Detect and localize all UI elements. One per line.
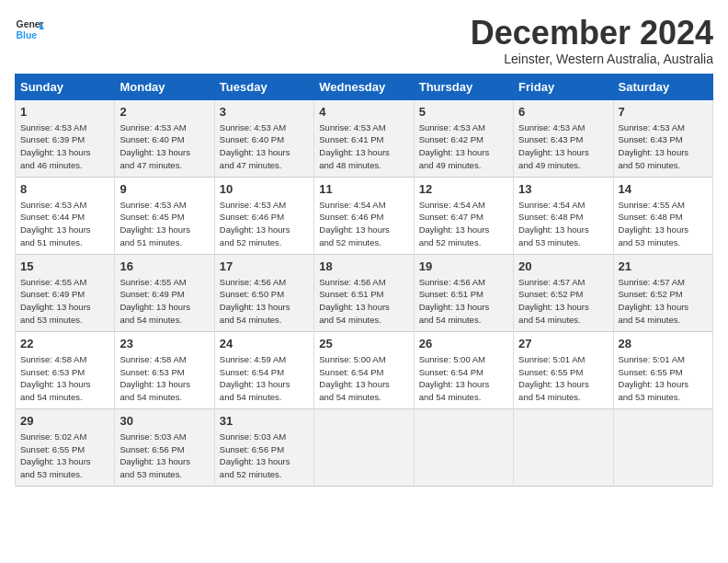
calendar-day-cell: 18Sunrise: 4:56 AM Sunset: 6:51 PM Dayli… bbox=[314, 254, 414, 331]
day-number: 17 bbox=[220, 259, 309, 273]
calendar-day-cell: 30Sunrise: 5:03 AM Sunset: 6:56 PM Dayli… bbox=[115, 408, 214, 486]
day-info: Sunrise: 5:00 AM Sunset: 6:54 PM Dayligh… bbox=[419, 353, 508, 404]
calendar-day-cell: 31Sunrise: 5:03 AM Sunset: 6:56 PM Dayli… bbox=[214, 408, 313, 486]
day-info: Sunrise: 4:57 AM Sunset: 6:52 PM Dayligh… bbox=[518, 276, 608, 327]
day-number: 21 bbox=[619, 259, 708, 273]
day-info: Sunrise: 5:01 AM Sunset: 6:55 PM Dayligh… bbox=[518, 353, 608, 404]
calendar-week-row: 29Sunrise: 5:02 AM Sunset: 6:55 PM Dayli… bbox=[16, 408, 713, 486]
calendar-day-cell: 3Sunrise: 4:53 AM Sunset: 6:40 PM Daylig… bbox=[214, 99, 313, 177]
calendar-week-row: 1Sunrise: 4:53 AM Sunset: 6:39 PM Daylig… bbox=[16, 99, 713, 177]
calendar-table: SundayMondayTuesdayWednesdayThursdayFrid… bbox=[15, 74, 713, 487]
day-number: 2 bbox=[119, 105, 209, 119]
calendar-week-row: 15Sunrise: 4:55 AM Sunset: 6:49 PM Dayli… bbox=[16, 254, 713, 331]
day-number: 11 bbox=[319, 182, 408, 196]
day-info: Sunrise: 4:59 AM Sunset: 6:54 PM Dayligh… bbox=[220, 353, 309, 404]
day-info: Sunrise: 4:53 AM Sunset: 6:43 PM Dayligh… bbox=[619, 121, 708, 172]
calendar-day-cell: 24Sunrise: 4:59 AM Sunset: 6:54 PM Dayli… bbox=[214, 331, 313, 408]
day-info: Sunrise: 4:56 AM Sunset: 6:50 PM Dayligh… bbox=[220, 276, 309, 327]
weekday-header-cell: Sunday bbox=[16, 74, 115, 99]
day-number: 8 bbox=[20, 182, 109, 196]
calendar-day-cell bbox=[514, 408, 613, 486]
calendar-day-cell: 12Sunrise: 4:54 AM Sunset: 6:47 PM Dayli… bbox=[414, 177, 513, 254]
calendar-body: 1Sunrise: 4:53 AM Sunset: 6:39 PM Daylig… bbox=[16, 99, 713, 486]
month-title: December 2024 bbox=[471, 15, 713, 52]
day-number: 16 bbox=[119, 259, 209, 273]
day-info: Sunrise: 5:03 AM Sunset: 6:56 PM Dayligh… bbox=[220, 431, 309, 481]
day-info: Sunrise: 4:56 AM Sunset: 6:51 PM Dayligh… bbox=[319, 276, 408, 327]
weekday-header-cell: Saturday bbox=[613, 74, 712, 99]
day-info: Sunrise: 5:03 AM Sunset: 6:56 PM Dayligh… bbox=[119, 431, 209, 481]
day-number: 23 bbox=[119, 337, 209, 350]
day-number: 24 bbox=[220, 337, 309, 350]
day-info: Sunrise: 4:55 AM Sunset: 6:49 PM Dayligh… bbox=[119, 276, 209, 327]
calendar-day-cell: 19Sunrise: 4:56 AM Sunset: 6:51 PM Dayli… bbox=[414, 254, 513, 331]
calendar-day-cell: 21Sunrise: 4:57 AM Sunset: 6:52 PM Dayli… bbox=[613, 254, 712, 331]
day-number: 13 bbox=[518, 182, 608, 196]
day-info: Sunrise: 4:56 AM Sunset: 6:51 PM Dayligh… bbox=[419, 276, 508, 327]
day-number: 5 bbox=[419, 105, 508, 119]
day-number: 26 bbox=[419, 337, 508, 350]
day-info: Sunrise: 4:54 AM Sunset: 6:48 PM Dayligh… bbox=[518, 199, 608, 249]
calendar-day-cell: 26Sunrise: 5:00 AM Sunset: 6:54 PM Dayli… bbox=[414, 331, 513, 408]
day-number: 12 bbox=[419, 182, 508, 196]
day-number: 10 bbox=[220, 182, 309, 196]
day-number: 29 bbox=[20, 414, 109, 428]
day-info: Sunrise: 4:53 AM Sunset: 6:43 PM Dayligh… bbox=[518, 121, 608, 172]
day-number: 14 bbox=[619, 182, 708, 196]
header: General Blue December 2024 Leinster, Wes… bbox=[15, 15, 713, 66]
weekday-header-cell: Tuesday bbox=[214, 74, 313, 99]
weekday-header-cell: Monday bbox=[115, 74, 214, 99]
calendar-day-cell: 20Sunrise: 4:57 AM Sunset: 6:52 PM Dayli… bbox=[514, 254, 613, 331]
calendar-day-cell: 27Sunrise: 5:01 AM Sunset: 6:55 PM Dayli… bbox=[514, 331, 613, 408]
calendar-day-cell: 15Sunrise: 4:55 AM Sunset: 6:49 PM Dayli… bbox=[16, 254, 115, 331]
day-info: Sunrise: 4:53 AM Sunset: 6:45 PM Dayligh… bbox=[119, 199, 209, 249]
calendar-day-cell: 13Sunrise: 4:54 AM Sunset: 6:48 PM Dayli… bbox=[514, 177, 613, 254]
day-info: Sunrise: 4:53 AM Sunset: 6:39 PM Dayligh… bbox=[20, 121, 109, 172]
weekday-header-cell: Friday bbox=[514, 74, 613, 99]
day-info: Sunrise: 4:57 AM Sunset: 6:52 PM Dayligh… bbox=[619, 276, 708, 327]
day-info: Sunrise: 4:55 AM Sunset: 6:48 PM Dayligh… bbox=[619, 199, 708, 249]
calendar-day-cell: 11Sunrise: 4:54 AM Sunset: 6:46 PM Dayli… bbox=[314, 177, 414, 254]
day-info: Sunrise: 4:53 AM Sunset: 6:40 PM Dayligh… bbox=[220, 121, 309, 172]
day-number: 20 bbox=[518, 259, 608, 273]
day-info: Sunrise: 4:55 AM Sunset: 6:49 PM Dayligh… bbox=[20, 276, 109, 327]
weekday-header-cell: Thursday bbox=[414, 74, 513, 99]
logo-icon: General Blue bbox=[15, 15, 44, 44]
calendar-day-cell bbox=[414, 408, 513, 486]
calendar-day-cell: 28Sunrise: 5:01 AM Sunset: 6:55 PM Dayli… bbox=[613, 331, 712, 408]
day-info: Sunrise: 4:53 AM Sunset: 6:44 PM Dayligh… bbox=[20, 199, 109, 249]
logo: General Blue bbox=[15, 15, 44, 44]
title-area: December 2024 Leinster, Western Australi… bbox=[471, 15, 713, 66]
day-number: 6 bbox=[518, 105, 608, 119]
day-number: 7 bbox=[619, 105, 708, 119]
calendar-day-cell: 5Sunrise: 4:53 AM Sunset: 6:42 PM Daylig… bbox=[414, 99, 513, 177]
day-number: 15 bbox=[20, 259, 109, 273]
day-number: 18 bbox=[319, 259, 408, 273]
day-number: 28 bbox=[619, 337, 708, 350]
calendar-day-cell bbox=[613, 408, 712, 486]
day-number: 30 bbox=[119, 414, 209, 428]
calendar-day-cell: 6Sunrise: 4:53 AM Sunset: 6:43 PM Daylig… bbox=[514, 99, 613, 177]
calendar-day-cell: 2Sunrise: 4:53 AM Sunset: 6:40 PM Daylig… bbox=[115, 99, 214, 177]
calendar-day-cell: 8Sunrise: 4:53 AM Sunset: 6:44 PM Daylig… bbox=[16, 177, 115, 254]
calendar-day-cell: 16Sunrise: 4:55 AM Sunset: 6:49 PM Dayli… bbox=[115, 254, 214, 331]
calendar-week-row: 22Sunrise: 4:58 AM Sunset: 6:53 PM Dayli… bbox=[16, 331, 713, 408]
day-number: 3 bbox=[220, 105, 309, 119]
day-info: Sunrise: 4:53 AM Sunset: 6:46 PM Dayligh… bbox=[220, 199, 309, 249]
calendar-day-cell: 17Sunrise: 4:56 AM Sunset: 6:50 PM Dayli… bbox=[214, 254, 313, 331]
day-number: 4 bbox=[319, 105, 408, 119]
day-number: 27 bbox=[518, 337, 608, 350]
calendar-day-cell: 1Sunrise: 4:53 AM Sunset: 6:39 PM Daylig… bbox=[16, 99, 115, 177]
day-info: Sunrise: 5:01 AM Sunset: 6:55 PM Dayligh… bbox=[619, 353, 708, 404]
calendar-day-cell bbox=[314, 408, 414, 486]
weekday-header-cell: Wednesday bbox=[314, 74, 414, 99]
day-info: Sunrise: 5:00 AM Sunset: 6:54 PM Dayligh… bbox=[319, 353, 408, 404]
day-number: 22 bbox=[20, 337, 109, 350]
calendar-day-cell: 23Sunrise: 4:58 AM Sunset: 6:53 PM Dayli… bbox=[115, 331, 214, 408]
day-info: Sunrise: 5:02 AM Sunset: 6:55 PM Dayligh… bbox=[20, 431, 109, 481]
calendar-day-cell: 9Sunrise: 4:53 AM Sunset: 6:45 PM Daylig… bbox=[115, 177, 214, 254]
calendar-day-cell: 14Sunrise: 4:55 AM Sunset: 6:48 PM Dayli… bbox=[613, 177, 712, 254]
calendar-day-cell: 25Sunrise: 5:00 AM Sunset: 6:54 PM Dayli… bbox=[314, 331, 414, 408]
day-number: 31 bbox=[220, 414, 309, 428]
day-number: 1 bbox=[20, 105, 109, 119]
